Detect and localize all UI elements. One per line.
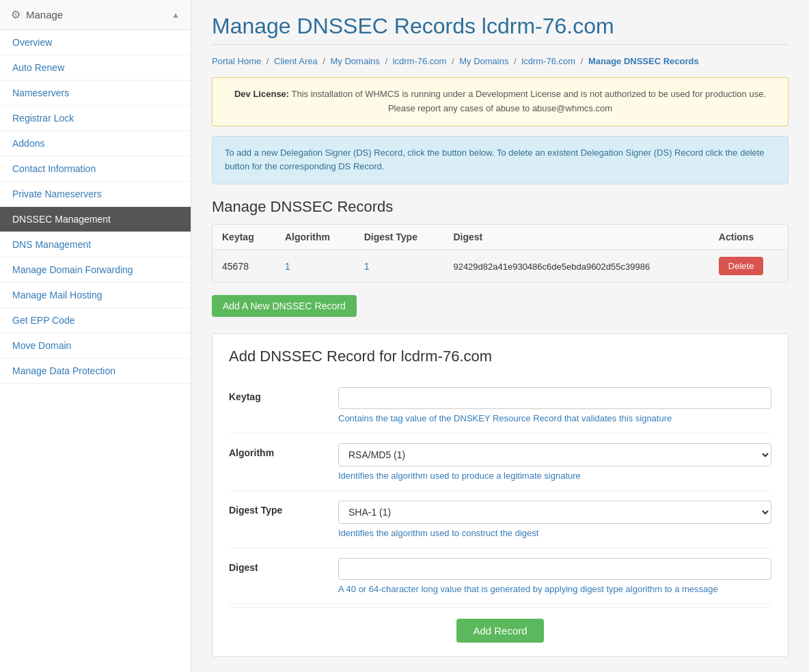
dnssec-table-container: Keytag Algorithm Digest Type Digest Acti… xyxy=(212,224,789,283)
sidebar-title: ⚙ Manage xyxy=(11,8,63,21)
content-keytag: Contains the tag value of the DNSKEY Res… xyxy=(338,387,771,423)
sidebar-item-nameservers[interactable]: Nameservers xyxy=(0,81,191,106)
add-new-dnssec-button[interactable]: Add A New DNSSEC Record xyxy=(212,295,357,317)
cell-keytag: 45678 xyxy=(212,250,275,283)
sidebar-link-private-nameservers[interactable]: Private Nameservers xyxy=(0,182,191,207)
sidebar-link-overview[interactable]: Overview xyxy=(0,30,191,55)
breadcrumb: Portal Home / Client Area / My Domains /… xyxy=(212,56,789,66)
breadcrumb-item-5[interactable]: lcdrm-76.com xyxy=(521,56,575,66)
input-keytag[interactable] xyxy=(338,387,771,409)
col-digest: Digest xyxy=(443,225,709,250)
label-algorithm: Algorithm xyxy=(229,443,338,458)
content-algorithm: RSA/MD5 (1)Diffie-Hellman (2)DSA/SHA-1 (… xyxy=(338,443,771,481)
hint-digest-type: Identifies the algorithm used to constru… xyxy=(338,528,771,538)
title-divider xyxy=(212,44,789,45)
sidebar-item-contact-information[interactable]: Contact Information xyxy=(0,156,191,182)
form-group-algorithm: Algorithm RSA/MD5 (1)Diffie-Hellman (2)D… xyxy=(229,434,771,491)
sidebar-link-manage-domain-forwarding[interactable]: Manage Domain Forwarding xyxy=(0,257,191,283)
form-group-keytag: Keytag Contains the tag value of the DNS… xyxy=(229,378,771,434)
dev-license-notice: Dev License: This installation of WHMCS … xyxy=(212,77,789,126)
hint-digest: A 40 or 64-character long value that is … xyxy=(338,584,771,594)
sidebar-title-label: Manage xyxy=(26,9,63,20)
sidebar-link-manage-data-protection[interactable]: Manage Data Protection xyxy=(0,359,191,384)
col-keytag: Keytag xyxy=(212,225,275,250)
label-digest-type: Digest Type xyxy=(229,501,338,516)
breadcrumb-separator: / xyxy=(383,56,390,66)
sidebar-nav: OverviewAuto RenewNameserversRegistrar L… xyxy=(0,30,191,384)
form-group-digest: Digest A 40 or 64-character long value t… xyxy=(229,548,771,604)
select-digest-type[interactable]: SHA-1 (1)SHA-256 (2)GOST R 34.11-94 (3)S… xyxy=(338,501,771,524)
sidebar-header: ⚙ Manage ▲ xyxy=(0,0,191,30)
select-algorithm[interactable]: RSA/MD5 (1)Diffie-Hellman (2)DSA/SHA-1 (… xyxy=(338,443,771,466)
sidebar-link-contact-information[interactable]: Contact Information xyxy=(0,156,191,182)
add-dnssec-form: Add DNSSEC Record for lcdrm-76.com Keyta… xyxy=(212,333,789,657)
label-digest: Digest xyxy=(229,558,338,573)
sidebar-link-manage-mail-hosting[interactable]: Manage Mail Hosting xyxy=(0,283,191,308)
digest-value: 92429d82a41e930486c6de5ebda9602d55c39986 xyxy=(453,262,650,272)
dev-license-bold: Dev License: xyxy=(234,89,289,99)
form-group-digest-type: Digest Type SHA-1 (1)SHA-256 (2)GOST R 3… xyxy=(229,491,771,548)
cell-actions: Delete xyxy=(709,250,788,283)
breadcrumb-item-0[interactable]: Portal Home xyxy=(212,56,261,66)
sidebar-link-move-domain[interactable]: Move Domain xyxy=(0,333,191,359)
sidebar-toggle-icon[interactable]: ▲ xyxy=(172,10,180,20)
delete-button[interactable]: Delete xyxy=(719,257,764,275)
dev-license-text: This installation of WHMCS is running un… xyxy=(292,89,766,113)
sidebar-item-manage-mail-hosting[interactable]: Manage Mail Hosting xyxy=(0,283,191,308)
page-title: Manage DNSSEC Records lcdrm-76.com xyxy=(212,14,789,39)
sidebar-item-manage-data-protection[interactable]: Manage Data Protection xyxy=(0,359,191,384)
sidebar-link-get-epp-code[interactable]: Get EPP Code xyxy=(0,308,191,333)
breadcrumb-item-6[interactable]: Manage DNSSEC Records xyxy=(588,56,699,66)
sidebar-link-registrar-lock[interactable]: Registrar Lock xyxy=(0,106,191,131)
algorithm-link[interactable]: 1 xyxy=(285,261,290,272)
breadcrumb-separator: / xyxy=(578,56,586,66)
col-algorithm: Algorithm xyxy=(275,225,355,250)
form-footer: Add Record xyxy=(229,607,771,643)
sidebar-item-manage-domain-forwarding[interactable]: Manage Domain Forwarding xyxy=(0,257,191,283)
breadcrumb-item-3[interactable]: lcdrm-76.com xyxy=(393,56,447,66)
sidebar-link-dns-management[interactable]: DNS Management xyxy=(0,232,191,257)
sidebar-item-registrar-lock[interactable]: Registrar Lock xyxy=(0,106,191,131)
breadcrumb-item-1[interactable]: Client Area xyxy=(274,56,318,66)
col-digest-type: Digest Type xyxy=(355,225,444,250)
table-header-row: Keytag Algorithm Digest Type Digest Acti… xyxy=(212,225,788,250)
main-content: Manage DNSSEC Records lcdrm-76.com Porta… xyxy=(191,0,809,672)
sidebar-item-private-nameservers[interactable]: Private Nameservers xyxy=(0,182,191,207)
sidebar-item-overview[interactable]: Overview xyxy=(0,30,191,55)
manage-dnssec-title: Manage DNSSEC Records xyxy=(212,198,789,216)
sidebar-item-addons[interactable]: Addons xyxy=(0,131,191,156)
sidebar: ⚙ Manage ▲ OverviewAuto RenewNameservers… xyxy=(0,0,191,672)
hint-algorithm: Identifies the algorithm used to produce… xyxy=(338,471,771,481)
hint-keytag: Contains the tag value of the DNSKEY Res… xyxy=(338,413,771,423)
add-form-title: Add DNSSEC Record for lcdrm-76.com xyxy=(229,348,771,365)
info-notice: To add a new Delegation Signer (DS) Reco… xyxy=(212,136,789,185)
input-digest[interactable] xyxy=(338,558,771,580)
content-digest-type: SHA-1 (1)SHA-256 (2)GOST R 34.11-94 (3)S… xyxy=(338,501,771,538)
add-record-button[interactable]: Add Record xyxy=(456,619,543,643)
sidebar-item-move-domain[interactable]: Move Domain xyxy=(0,333,191,359)
col-actions: Actions xyxy=(709,225,788,250)
content-digest: A 40 or 64-character long value that is … xyxy=(338,558,771,594)
sidebar-link-addons[interactable]: Addons xyxy=(0,131,191,156)
sidebar-item-dnssec-management[interactable]: DNSSEC Management xyxy=(0,207,191,232)
sidebar-item-dns-management[interactable]: DNS Management xyxy=(0,232,191,257)
breadcrumb-item-4[interactable]: My Domains xyxy=(459,56,508,66)
breadcrumb-separator: / xyxy=(511,56,519,66)
sidebar-item-get-epp-code[interactable]: Get EPP Code xyxy=(0,308,191,333)
sidebar-link-nameservers[interactable]: Nameservers xyxy=(0,81,191,106)
gear-icon: ⚙ xyxy=(11,8,20,21)
cell-algorithm: 1 xyxy=(275,250,355,283)
cell-digest-type: 1 xyxy=(355,250,444,283)
digest-type-link[interactable]: 1 xyxy=(364,261,370,272)
cell-digest: 92429d82a41e930486c6de5ebda9602d55c39986 xyxy=(443,250,709,283)
breadcrumb-separator: / xyxy=(320,56,328,66)
label-keytag: Keytag xyxy=(229,387,338,402)
sidebar-item-auto-renew[interactable]: Auto Renew xyxy=(0,55,191,81)
table-row: 45678 1 1 92429d82a41e930486c6de5ebda960… xyxy=(212,250,788,283)
dnssec-table: Keytag Algorithm Digest Type Digest Acti… xyxy=(212,225,788,282)
sidebar-link-auto-renew[interactable]: Auto Renew xyxy=(0,55,191,81)
breadcrumb-item-2[interactable]: My Domains xyxy=(331,56,380,66)
breadcrumb-separator: / xyxy=(264,56,271,66)
sidebar-link-dnssec-management[interactable]: DNSSEC Management xyxy=(0,207,191,232)
breadcrumb-separator: / xyxy=(449,56,456,66)
